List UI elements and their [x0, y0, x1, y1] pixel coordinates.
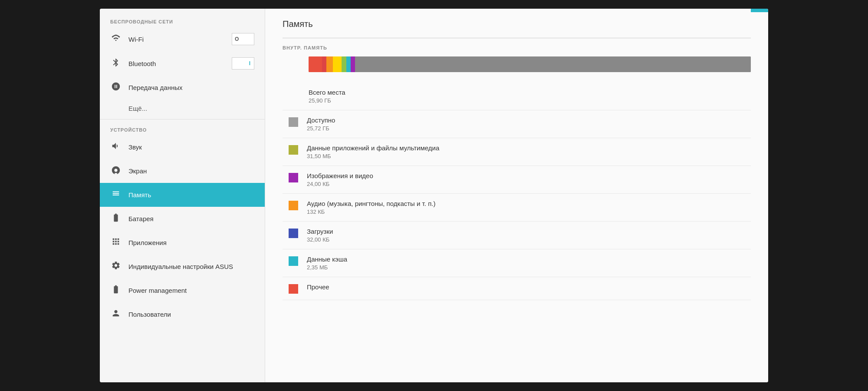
wifi-toggle-label: О: [235, 36, 239, 42]
sound-label: Звук: [128, 143, 254, 151]
sidebar-item-users[interactable]: Пользователи: [100, 302, 265, 326]
mem-downloads-text: Загрузки 32,00 КБ: [307, 228, 333, 243]
mem-item-images: Изображения и видео 24,00 КБ: [283, 166, 751, 194]
mem-other-label: Прочее: [307, 283, 329, 291]
mem-item-other: Прочее: [283, 277, 751, 300]
mem-downloads-value: 32,00 КБ: [307, 236, 333, 243]
section-header-wireless: БЕСПРОВОДНЫЕ СЕТИ: [100, 13, 265, 27]
mem-color-apps: [289, 145, 298, 155]
mem-color-images: [289, 173, 298, 182]
sidebar-item-wifi[interactable]: Wi-Fi О: [100, 27, 265, 51]
users-icon: [110, 308, 122, 320]
mem-apps-text: Данные приложений и файлы мультимедиа 31…: [307, 144, 439, 159]
mem-cache-text: Данные кэша 2,35 МБ: [307, 255, 347, 271]
main-content: Память ВНУТР. ПАМЯТЬ Всего места 25,90 Г…: [265, 9, 768, 382]
mem-available-text: Доступно 25,72 ГБ: [307, 116, 335, 132]
bar-seg-teal: [346, 56, 351, 72]
mem-color-cache: [289, 256, 298, 266]
sidebar-item-display[interactable]: Экран: [100, 159, 265, 183]
sidebar-item-apps[interactable]: Приложения: [100, 231, 265, 255]
sidebar-item-memory[interactable]: Память: [100, 183, 265, 207]
storage-bar-container: [283, 56, 751, 72]
users-label: Пользователи: [128, 311, 254, 318]
asus-label: Индивидуальные настройки ASUS: [128, 263, 254, 270]
mem-item-cache: Данные кэша 2,35 МБ: [283, 249, 751, 277]
mem-color-downloads: [289, 229, 298, 238]
section-header-device: УСТРОЙСТВО: [100, 121, 265, 135]
mem-apps-label: Данные приложений и файлы мультимедиа: [307, 144, 439, 152]
bar-seg-red: [309, 56, 322, 72]
mem-item-total: Всего места 25,90 ГБ: [283, 83, 751, 110]
sidebar: БЕСПРОВОДНЫЕ СЕТИ Wi-Fi О Bluetooth I: [100, 9, 265, 382]
power-label: Power management: [128, 287, 254, 294]
bar-seg-gray: [355, 56, 751, 72]
internal-storage-label: ВНУТР. ПАМЯТЬ: [283, 45, 751, 50]
bar-seg-purple: [351, 56, 355, 72]
mem-audio-value: 132 КБ: [307, 209, 435, 215]
mem-item-downloads: Загрузки 32,00 КБ: [283, 222, 751, 249]
bar-seg-orange-red: [322, 56, 326, 72]
mem-cache-label: Данные кэша: [307, 255, 347, 263]
mem-color-audio: [289, 201, 298, 210]
display-label: Экран: [128, 167, 254, 175]
mem-audio-text: Аудио (музыка, рингтоны, подкасты и т. п…: [307, 200, 435, 215]
mem-color-other: [289, 284, 298, 294]
bar-seg-yellow: [333, 56, 342, 72]
sidebar-item-asus[interactable]: Индивидуальные настройки ASUS: [100, 255, 265, 278]
mem-other-text: Прочее: [307, 283, 329, 292]
bluetooth-toggle[interactable]: I: [232, 57, 254, 70]
mem-total-value: 25,90 ГБ: [309, 97, 345, 104]
sound-icon: [110, 141, 122, 153]
memory-icon: [110, 189, 122, 201]
mem-available-label: Доступно: [307, 116, 335, 124]
top-bar: [751, 9, 768, 12]
bar-seg-green: [342, 56, 346, 72]
mem-total-text: Всего места 25,90 ГБ: [309, 89, 345, 104]
display-icon: [110, 165, 122, 177]
battery-icon: [110, 213, 122, 225]
mem-item-apps-data: Данные приложений и файлы мультимедиа 31…: [283, 138, 751, 166]
sidebar-item-more[interactable]: Ещё...: [100, 99, 265, 117]
bluetooth-toggle-label: I: [249, 60, 250, 66]
mem-images-label: Изображения и видео: [307, 172, 373, 179]
bluetooth-label: Bluetooth: [128, 60, 225, 67]
mem-downloads-label: Загрузки: [307, 228, 333, 235]
bluetooth-icon: [110, 58, 122, 70]
sidebar-item-power[interactable]: Power management: [100, 278, 265, 302]
mem-apps-value: 31,50 МБ: [307, 153, 439, 159]
mem-images-value: 24,00 КБ: [307, 181, 373, 187]
mem-audio-label: Аудио (музыка, рингтоны, подкасты и т. п…: [307, 200, 435, 207]
memory-label: Память: [128, 191, 254, 199]
mem-color-available: [289, 117, 298, 127]
sidebar-divider: [100, 119, 265, 119]
mem-available-value: 25,72 ГБ: [307, 125, 335, 132]
page-title: Память: [283, 19, 751, 29]
sidebar-item-battery[interactable]: Батарея: [100, 207, 265, 231]
wifi-toggle[interactable]: О: [232, 33, 254, 45]
mem-cache-value: 2,35 МБ: [307, 264, 347, 271]
mem-item-available: Доступно 25,72 ГБ: [283, 110, 751, 138]
data-label: Передача данных: [128, 84, 254, 91]
storage-bar: [309, 56, 751, 72]
asus-icon: [110, 261, 122, 272]
sidebar-item-sound[interactable]: Звук: [100, 135, 265, 159]
apps-icon: [110, 237, 122, 249]
apps-label: Приложения: [128, 239, 254, 246]
main-divider: [283, 38, 751, 38]
mem-total-label: Всего места: [309, 89, 345, 96]
mem-item-audio: Аудио (музыка, рингтоны, подкасты и т. п…: [283, 194, 751, 222]
power-icon: [110, 285, 122, 296]
battery-label: Батарея: [128, 215, 254, 222]
wifi-label: Wi-Fi: [128, 36, 225, 43]
data-icon: [110, 82, 122, 93]
mem-images-text: Изображения и видео 24,00 КБ: [307, 172, 373, 187]
sidebar-item-bluetooth[interactable]: Bluetooth I: [100, 51, 265, 76]
wifi-icon: [110, 33, 122, 45]
sidebar-item-data[interactable]: Передача данных: [100, 76, 265, 99]
bar-seg-orange: [326, 56, 333, 72]
